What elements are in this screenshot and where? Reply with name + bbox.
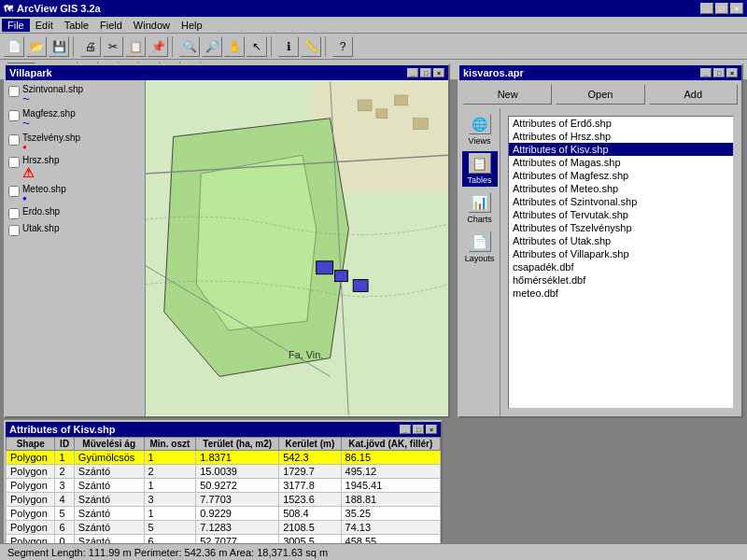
svg-rect-9 bbox=[395, 95, 408, 105]
table-row[interactable]: Polygon4Szántó37.77031523.6188.81 bbox=[7, 493, 441, 507]
table-row[interactable]: Polygon 1 Gyümölcsös 1 1.8371 542.3 86.1… bbox=[7, 451, 441, 465]
layer-item[interactable]: Meteo.shp ● bbox=[7, 182, 143, 204]
list-item[interactable]: Attributes of Meteo.shp bbox=[509, 182, 733, 195]
villapark-controls: _ □ × bbox=[407, 68, 444, 77]
list-item[interactable]: Attributes of Villapark.shp bbox=[509, 247, 733, 260]
toolbar-paste[interactable]: 📌 bbox=[148, 36, 168, 57]
list-item[interactable]: Attributes of Hrsz.shp bbox=[509, 130, 733, 143]
toolbar-print[interactable]: 🖨 bbox=[80, 36, 101, 57]
toolbar-measure[interactable]: 📏 bbox=[301, 36, 321, 57]
maximize-button[interactable]: □ bbox=[715, 3, 728, 14]
menu-edit[interactable]: Edit bbox=[30, 19, 59, 32]
attr-close[interactable]: × bbox=[426, 425, 437, 434]
list-item[interactable]: Attributes of Magfesz.shp bbox=[509, 169, 733, 182]
layer-checkbox-erdo[interactable] bbox=[8, 208, 20, 219]
svg-rect-12 bbox=[335, 271, 348, 282]
open-button[interactable]: Open bbox=[556, 84, 644, 105]
list-item[interactable]: Attributes of Erdő.shp bbox=[509, 117, 733, 130]
layer-item[interactable]: Erdo.shp bbox=[7, 204, 143, 221]
villapark-maximize[interactable]: □ bbox=[420, 68, 431, 77]
col-minoszt[interactable]: Min. oszt bbox=[144, 438, 196, 451]
col-id[interactable]: ID bbox=[55, 438, 74, 451]
svg-text:Fa, Vin.: Fa, Vin. bbox=[289, 349, 323, 360]
kisvaros-maximize[interactable]: □ bbox=[713, 68, 725, 77]
kv-list[interactable]: Attributes of Erdő.shp Attributes of Hrs… bbox=[508, 116, 734, 409]
toolbar-select[interactable]: ↖ bbox=[247, 36, 267, 57]
list-item[interactable]: Attributes of Tervutak.shp bbox=[509, 208, 733, 221]
layer-name-hrsz: Hrsz.shp bbox=[22, 155, 59, 165]
sidebar-item-layouts[interactable]: 📄 Layouts bbox=[462, 230, 498, 265]
menu-help[interactable]: Help bbox=[176, 19, 208, 32]
sidebar-item-tables[interactable]: 📋 Tables bbox=[462, 151, 498, 187]
col-terulet[interactable]: Terület (ha, m2) bbox=[196, 438, 279, 451]
toolbar-save[interactable]: 💾 bbox=[49, 36, 69, 57]
toolbar-new[interactable]: 📄 bbox=[4, 36, 24, 57]
menu-field[interactable]: Field bbox=[94, 19, 128, 32]
list-item[interactable]: csapadék.dbf bbox=[509, 260, 733, 273]
layer-checkbox-szintvonal[interactable] bbox=[8, 86, 20, 97]
table-row[interactable]: Polygon6Szántó57.12832108.574.13 bbox=[7, 521, 441, 535]
close-button[interactable]: × bbox=[730, 3, 743, 14]
layer-item[interactable]: Szintvonal.shp 〜 bbox=[7, 82, 143, 106]
layer-item[interactable]: Utak.shp bbox=[7, 221, 143, 238]
sidebar-item-charts[interactable]: 📊 Charts bbox=[462, 190, 498, 226]
kisvaros-toolbar: New Open Add bbox=[459, 80, 741, 108]
layer-panel: Szintvonal.shp 〜 Magfesz.shp 〜 Tszelvény… bbox=[6, 80, 146, 416]
app-icon: 🗺 bbox=[4, 4, 13, 14]
menu-table[interactable]: Table bbox=[59, 19, 94, 32]
kisvaros-close[interactable]: × bbox=[726, 68, 738, 77]
list-item[interactable]: hőmérséklet.dbf bbox=[509, 273, 733, 287]
sidebar-item-views[interactable]: 🌐 Views bbox=[462, 112, 498, 147]
kisvaros-title-bar: kisvaros.apr _ □ × bbox=[459, 65, 741, 80]
app-controls: _ □ × bbox=[700, 3, 743, 14]
layer-item[interactable]: Tszelvény.shp ● bbox=[7, 131, 143, 153]
attr-maximize[interactable]: □ bbox=[413, 425, 424, 434]
toolbar-pan[interactable]: ✋ bbox=[224, 36, 245, 57]
layer-item[interactable]: Magfesz.shp 〜 bbox=[7, 106, 143, 131]
list-item[interactable]: Attributes of Szintvonal.shp bbox=[509, 195, 733, 208]
map-svg: Fa, Vin. bbox=[146, 80, 448, 416]
layer-checkbox-magfesz[interactable] bbox=[8, 110, 20, 121]
list-item[interactable]: Attributes of Tszelvényshp bbox=[509, 221, 733, 234]
table-row[interactable]: Polygon2Szántó215.00391729.7495.12 bbox=[7, 465, 441, 479]
toolbar-open[interactable]: 📂 bbox=[26, 36, 47, 57]
layer-checkbox-meteo[interactable] bbox=[8, 186, 20, 197]
list-item[interactable]: Attributes of Utak.shp bbox=[509, 234, 733, 247]
toolbar-cut[interactable]: ✂ bbox=[103, 36, 123, 57]
kisvaros-minimize[interactable]: _ bbox=[700, 68, 712, 77]
table-row[interactable]: Polygon3Szántó150.92723177.81945.41 bbox=[7, 479, 441, 493]
list-item[interactable]: Attributes of Magas.shp bbox=[509, 156, 733, 169]
attr-minimize[interactable]: _ bbox=[400, 425, 411, 434]
col-katjovd[interactable]: Kat.jövd (AK, fillér) bbox=[341, 438, 440, 451]
layouts-icon: 📄 bbox=[469, 231, 491, 252]
col-shape[interactable]: Shape bbox=[7, 438, 55, 451]
toolbar-zoom-out[interactable]: 🔎 bbox=[202, 36, 222, 57]
svg-rect-13 bbox=[353, 280, 368, 292]
layer-checkbox-utak[interactable] bbox=[8, 225, 20, 236]
layer-item[interactable]: Hrsz.shp ⚠ bbox=[7, 153, 143, 182]
attr-table-wrapper[interactable]: Shape ID Müvelési ág Min. oszt Terület (… bbox=[6, 437, 441, 560]
table-row[interactable]: Polygon5Szántó10.9229508.435.25 bbox=[7, 507, 441, 521]
list-item[interactable]: meteo.dbf bbox=[509, 287, 733, 300]
add-button[interactable]: Add bbox=[649, 84, 738, 105]
map-area[interactable]: Fa, Vin. bbox=[146, 80, 448, 416]
villapark-title-bar: Villapark _ □ × bbox=[6, 65, 448, 80]
kisvaros-body: 🌐 Views 📋 Tables 📊 Charts 📄 Layouts bbox=[459, 108, 741, 416]
new-button[interactable]: New bbox=[463, 84, 552, 105]
col-muvelesi[interactable]: Müvelési ág bbox=[74, 438, 144, 451]
toolbar-zoom-in[interactable]: 🔍 bbox=[179, 36, 200, 57]
villapark-minimize[interactable]: _ bbox=[407, 68, 418, 77]
minimize-button[interactable]: _ bbox=[700, 3, 713, 14]
villapark-close[interactable]: × bbox=[433, 68, 444, 77]
layer-checkbox-hrsz[interactable] bbox=[8, 157, 20, 168]
toolbar-help[interactable]: ? bbox=[332, 36, 353, 57]
menu-window[interactable]: Window bbox=[128, 19, 176, 32]
list-item-selected[interactable]: Attributes of Kisv.shp bbox=[509, 143, 733, 156]
menu-file[interactable]: File bbox=[2, 19, 30, 32]
layer-checkbox-tszelveny[interactable] bbox=[8, 134, 20, 146]
toolbar: 📄 📂 💾 🖨 ✂ 📋 📌 🔍 🔎 ✋ ↖ ℹ 📏 ? bbox=[0, 34, 747, 60]
toolbar-copy[interactable]: 📋 bbox=[125, 36, 146, 57]
col-kerulet[interactable]: Kerület (m) bbox=[279, 438, 341, 451]
toolbar-identify[interactable]: ℹ bbox=[278, 36, 299, 57]
cell-terulet: 1.8371 bbox=[196, 451, 279, 465]
